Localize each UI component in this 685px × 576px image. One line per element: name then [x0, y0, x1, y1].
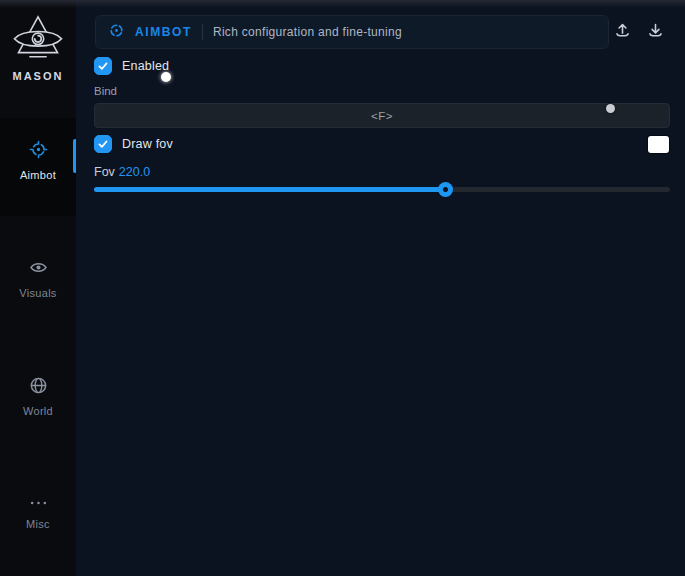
- fov-label: Fov220.0: [94, 165, 150, 179]
- fov-color-swatch[interactable]: [648, 136, 669, 153]
- bind-label: Bind: [94, 85, 117, 97]
- fov-label-text: Fov: [94, 165, 115, 179]
- enabled-row: Enabled: [94, 57, 169, 75]
- enabled-checkbox[interactable]: [94, 57, 112, 75]
- main-panel: AIMBOT Rich configuration and fine-tunin…: [76, 0, 685, 576]
- sidebar-item-visuals[interactable]: Visuals: [0, 258, 76, 299]
- download-config-button[interactable]: [641, 18, 669, 46]
- sidebar-item-label: Aimbot: [20, 169, 56, 181]
- download-icon: [647, 22, 664, 42]
- upload-config-button[interactable]: [608, 18, 636, 46]
- page-subtitle: Rich configuration and fine-tuning: [213, 25, 402, 39]
- fov-slider-fill: [94, 187, 445, 192]
- page-title: AIMBOT: [135, 25, 192, 39]
- eye-icon: [29, 258, 48, 281]
- ellipsis-icon: [29, 494, 48, 512]
- crosshair-icon: [108, 22, 125, 43]
- page-header: AIMBOT Rich configuration and fine-tunin…: [95, 15, 609, 49]
- bind-key-value: <F>: [371, 110, 393, 122]
- enabled-label: Enabled: [122, 59, 169, 73]
- fov-value: 220.0: [119, 165, 150, 179]
- crosshair-icon: [29, 140, 48, 163]
- mason-window: MASON Aimbot Visuals: [0, 0, 685, 576]
- globe-icon: [29, 376, 48, 399]
- header-divider: [202, 24, 203, 40]
- sidebar-item-label: Misc: [26, 518, 50, 530]
- sidebar-item-label: Visuals: [19, 287, 56, 299]
- sidebar-item-world[interactable]: World: [0, 376, 76, 417]
- logo-text: MASON: [13, 70, 64, 82]
- draw-fov-checkbox[interactable]: [94, 135, 112, 153]
- fov-slider[interactable]: [94, 187, 670, 192]
- sidebar-item-label: World: [23, 405, 53, 417]
- draw-fov-row: Draw fov: [94, 135, 173, 153]
- sidebar-item-misc[interactable]: Misc: [0, 494, 76, 530]
- fov-slider-handle[interactable]: [438, 182, 453, 197]
- pyramid-eye-logo-icon: [12, 14, 64, 66]
- sidebar: MASON Aimbot Visuals: [0, 0, 76, 576]
- bind-key-field[interactable]: <F>: [94, 103, 670, 128]
- upload-icon: [614, 22, 631, 42]
- draw-fov-label: Draw fov: [122, 137, 173, 151]
- mason-logo: MASON: [0, 14, 76, 82]
- sidebar-item-aimbot[interactable]: Aimbot: [0, 140, 76, 181]
